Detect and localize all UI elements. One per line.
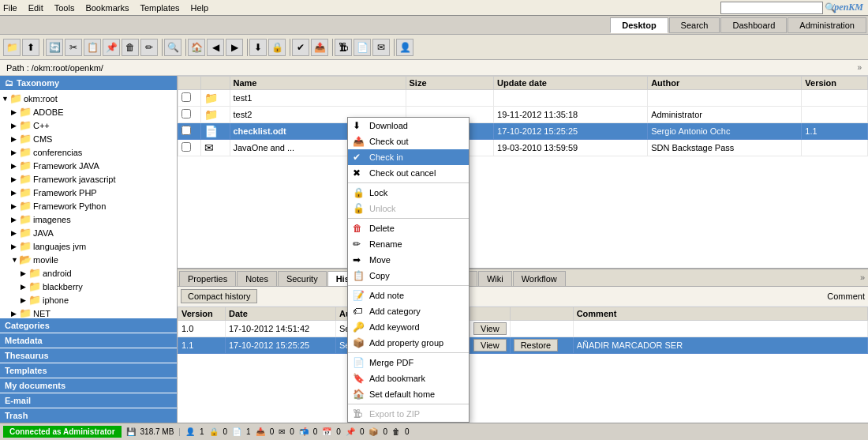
tab-desktop[interactable]: Desktop bbox=[610, 17, 668, 33]
tree-item-android[interactable]: ▶ 📁 android bbox=[2, 266, 175, 280]
ctx-checkin[interactable]: ✔ Check in bbox=[348, 149, 469, 165]
tab-search[interactable]: Search bbox=[669, 17, 720, 33]
tree-item-languajes[interactable]: ▶ 📁 languajes jvm bbox=[2, 239, 175, 253]
toolbar-home[interactable]: 🏠 bbox=[188, 39, 205, 56]
sidebar-section-email[interactable]: E-mail bbox=[0, 393, 177, 408]
tree-item-conferencias[interactable]: ▶ 📁 conferencias bbox=[2, 145, 175, 159]
toolbar-back[interactable]: ◀ bbox=[207, 39, 224, 56]
view-button-2[interactable]: View bbox=[473, 339, 507, 352]
ctx-add-property[interactable]: 📦 Add property group bbox=[348, 335, 469, 351]
ctx-delete[interactable]: 🗑 Delete bbox=[348, 220, 469, 236]
row-checkbox[interactable] bbox=[181, 126, 191, 135]
col-date[interactable]: Update date bbox=[494, 77, 648, 90]
restore-button[interactable]: Restore bbox=[514, 339, 559, 352]
ctx-lock[interactable]: 🔒 Lock bbox=[348, 185, 469, 201]
tree-item-root[interactable]: ▼ 📁 okm:root bbox=[2, 92, 175, 105]
toolbar-email[interactable]: ✉ bbox=[372, 39, 390, 56]
tab-dashboard[interactable]: Dashboard bbox=[720, 17, 787, 33]
tree-item-iphone[interactable]: ▶ 📁 iphone bbox=[2, 293, 175, 306]
sidebar-section-categories[interactable]: Categories bbox=[0, 318, 177, 333]
sidebar-section-trash[interactable]: Trash bbox=[0, 408, 177, 423]
ctx-unlock[interactable]: 🔓 Unlock bbox=[348, 201, 469, 216]
row-checkbox[interactable] bbox=[181, 142, 191, 152]
menu-edit[interactable]: Edit bbox=[28, 3, 43, 13]
tree-item-net[interactable]: ▶ 📁 NET bbox=[2, 306, 175, 318]
ctx-export-zip[interactable]: 🗜 Export to ZIP bbox=[348, 406, 469, 422]
menu-templates[interactable]: Templates bbox=[140, 3, 179, 13]
ctx-label: Add category bbox=[369, 306, 421, 316]
toolbar-upload[interactable]: ⬆ bbox=[22, 39, 39, 56]
view-button[interactable]: View bbox=[473, 322, 507, 335]
tree-item-cpp[interactable]: ▶ 📁 C++ bbox=[2, 118, 175, 132]
ctx-add-note[interactable]: 📝 Add note bbox=[348, 288, 469, 303]
toolbar-rename[interactable]: ✏ bbox=[140, 39, 158, 56]
hist-col-view bbox=[470, 307, 511, 321]
toolbar-zip[interactable]: 🗜 bbox=[335, 39, 352, 56]
col-name[interactable]: Name bbox=[230, 77, 406, 90]
tab-notes[interactable]: Notes bbox=[237, 271, 277, 286]
tree-item-movile[interactable]: ▼ 📂 movile bbox=[2, 253, 175, 266]
tab-security[interactable]: Security bbox=[278, 271, 327, 286]
mail-count: 0 bbox=[290, 427, 294, 436]
ctx-checkout-cancel[interactable]: ✖ Check out cancel bbox=[348, 165, 469, 181]
toolbar-new-folder[interactable]: 📁 bbox=[3, 39, 21, 56]
tab-workflow[interactable]: Workflow bbox=[513, 271, 566, 286]
ctx-merge-pdf[interactable]: 📄 Merge PDF bbox=[348, 355, 469, 370]
ctx-copy[interactable]: 📋 Copy bbox=[348, 268, 469, 284]
toolbar-cut[interactable]: ✂ bbox=[65, 39, 82, 56]
table-row[interactable]: 📄 checklist.odt 362.1 kB 17-10-2012 15:2… bbox=[178, 123, 868, 140]
toolbar-merge[interactable]: 📄 bbox=[354, 39, 371, 56]
menu-help[interactable]: Help bbox=[191, 3, 209, 13]
sidebar-section-metadata[interactable]: Metadata bbox=[0, 333, 177, 348]
compact-history-button[interactable]: Compact history bbox=[181, 289, 257, 303]
tree-item-fw-python[interactable]: ▶ 📁 Framework Python bbox=[2, 199, 175, 212]
tab-wiki[interactable]: Wiki bbox=[478, 271, 512, 286]
ctx-move[interactable]: ➡ Move bbox=[348, 252, 469, 268]
toolbar-copy[interactable]: 📋 bbox=[84, 39, 101, 56]
top-search-input[interactable] bbox=[720, 2, 823, 14]
sidebar-section-thesaurus[interactable]: Thesaurus bbox=[0, 348, 177, 363]
row-checkbox[interactable] bbox=[181, 109, 191, 118]
ctx-download[interactable]: ⬇ Download bbox=[348, 118, 469, 134]
tree-item-fw-java[interactable]: ▶ 📁 Framework JAVA bbox=[2, 159, 175, 172]
toolbar-checkout[interactable]: 📤 bbox=[311, 39, 328, 56]
toolbar-user[interactable]: 👤 bbox=[396, 39, 413, 56]
col-author[interactable]: Author bbox=[648, 77, 802, 90]
toolbar-checkin[interactable]: ✔ bbox=[292, 39, 309, 56]
tree-item-fw-php[interactable]: ▶ 📁 Framework PHP bbox=[2, 186, 175, 199]
tab-administration[interactable]: Administration bbox=[788, 17, 866, 33]
menu-file[interactable]: File bbox=[3, 3, 17, 13]
table-row[interactable]: 📁 test1 bbox=[178, 90, 868, 107]
ctx-rename[interactable]: ✏ Rename bbox=[348, 236, 469, 252]
ctx-set-home[interactable]: 🏠 Set default home bbox=[348, 386, 469, 402]
toolbar-download[interactable]: ⬇ bbox=[249, 39, 267, 56]
ctx-add-bookmark[interactable]: 🔖 Add bookmark bbox=[348, 370, 469, 386]
toolbar-paste[interactable]: 📌 bbox=[103, 39, 120, 56]
sidebar-section-templates[interactable]: Templates bbox=[0, 363, 177, 378]
col-version[interactable]: Version bbox=[802, 77, 868, 90]
table-row[interactable]: 📁 test2 19-11-2012 11:35:18 Administrato… bbox=[178, 107, 868, 123]
col-size[interactable]: Size bbox=[406, 77, 494, 90]
menu-tools[interactable]: Tools bbox=[54, 3, 75, 13]
ctx-checkout[interactable]: 📤 Check out bbox=[348, 134, 469, 149]
sidebar-section-mydocs[interactable]: My documents bbox=[0, 378, 177, 393]
tree-item-cms[interactable]: ▶ 📁 CMS bbox=[2, 132, 175, 145]
toolbar-forward[interactable]: ▶ bbox=[226, 39, 243, 56]
tree-item-blackberry[interactable]: ▶ 📁 blackberry bbox=[2, 280, 175, 293]
ctx-add-keyword[interactable]: 🔑 Add keyword bbox=[348, 319, 469, 335]
tree-item-fw-js[interactable]: ▶ 📁 Framework javascript bbox=[2, 172, 175, 186]
tree-item-java[interactable]: ▶ 📁 JAVA bbox=[2, 226, 175, 239]
history-row[interactable]: 1.1 17-10-2012 15:25:25 Se 2.1 KB View R… bbox=[178, 337, 868, 354]
tree-item-imagenes[interactable]: ▶ 📁 imagenes bbox=[2, 212, 175, 226]
toolbar-delete[interactable]: 🗑 bbox=[122, 39, 139, 56]
table-row[interactable]: ✉ JavaOne and ... 19-03-2010 13:59:59 SD… bbox=[178, 140, 868, 156]
row-checkbox[interactable] bbox=[181, 92, 191, 102]
toolbar-lock[interactable]: 🔒 bbox=[268, 39, 286, 56]
toolbar-find[interactable]: 🔍 bbox=[164, 39, 181, 56]
tab-properties[interactable]: Properties bbox=[179, 271, 236, 286]
history-row[interactable]: 1.0 17-10-2012 14:51:42 Se 2.1 KB View bbox=[178, 321, 868, 337]
toolbar-refresh[interactable]: 🔄 bbox=[46, 39, 63, 56]
ctx-add-category[interactable]: 🏷 Add category bbox=[348, 303, 469, 319]
tree-item-adobe[interactable]: ▶ 📁 ADOBE bbox=[2, 105, 175, 118]
menu-bookmarks[interactable]: Bookmarks bbox=[85, 3, 129, 13]
